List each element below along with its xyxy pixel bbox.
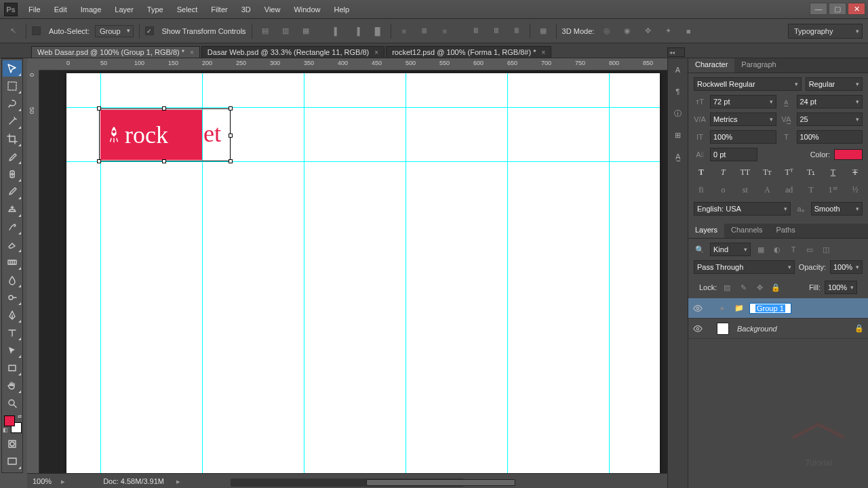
filter-shape-icon[interactable]: ▭ xyxy=(804,243,816,256)
close-icon[interactable]: × xyxy=(541,49,545,56)
workspace-select[interactable]: Typography xyxy=(788,24,863,39)
hscale-field[interactable]: 100% xyxy=(797,130,863,144)
zoom-tool[interactable] xyxy=(3,395,22,411)
menu-layer[interactable]: Layer xyxy=(108,5,140,14)
ruler-origin[interactable] xyxy=(27,58,39,70)
foreground-color[interactable] xyxy=(4,415,15,426)
status-expand-icon[interactable]: ▸ xyxy=(61,477,69,485)
tab-rocket12[interactable]: rocket12.psd @ 100% (Forma 1, RGB/8#) * … xyxy=(386,46,551,58)
clone-stamp-tool[interactable] xyxy=(3,201,22,218)
styles-panel-icon[interactable]: ⊞ xyxy=(671,127,686,142)
tab-channels[interactable]: Channels xyxy=(724,224,769,238)
guide[interactable] xyxy=(609,73,610,473)
menu-image[interactable]: Image xyxy=(74,5,108,14)
dist-hcenter-icon[interactable]: Ⅲ xyxy=(489,24,504,39)
transform-handle[interactable] xyxy=(162,106,166,110)
path-selection-tool[interactable] xyxy=(3,342,22,359)
superscript[interactable]: Tᵀ xyxy=(782,165,797,179)
marquee-tool[interactable] xyxy=(3,78,22,94)
layer-filter-select[interactable]: Kind xyxy=(710,243,751,256)
transform-checkbox[interactable]: ✓ xyxy=(145,26,154,35)
layer-name-edit[interactable]: Group 1 xyxy=(749,303,791,314)
tab-dasarweb[interactable]: Dasar Web.psd @ 33.3% (Rectangle 11, RGB… xyxy=(201,46,384,58)
guide[interactable] xyxy=(66,161,660,162)
font-size-field[interactable]: 72 pt xyxy=(710,95,776,108)
ot-contextual[interactable]: o xyxy=(715,183,730,197)
swap-colors-icon[interactable]: ⇄ xyxy=(18,414,22,420)
3d-slide-icon[interactable]: ✦ xyxy=(660,24,675,39)
paragraph-styles-panel-icon[interactable]: A̲ xyxy=(671,149,686,164)
lock-position-icon[interactable]: ✥ xyxy=(753,281,766,293)
ot-titling[interactable]: T xyxy=(804,183,818,197)
kerning-field[interactable]: Metrics xyxy=(710,113,776,126)
faux-bold[interactable]: T xyxy=(694,165,709,179)
canvas[interactable]: rock et xyxy=(39,70,667,473)
status-menu-icon[interactable]: ▸ xyxy=(176,477,184,485)
menu-view[interactable]: View xyxy=(258,5,288,14)
autoalign-icon[interactable]: ▦ xyxy=(536,24,551,39)
filter-adjust-icon[interactable]: ◐ xyxy=(771,243,783,256)
font-family-select[interactable]: Rockwell Regular xyxy=(694,77,802,91)
fill-field[interactable]: 100% xyxy=(825,281,857,294)
close-icon[interactable]: × xyxy=(374,49,378,56)
tab-paragraph[interactable]: Paragraph xyxy=(734,58,783,73)
healing-brush-tool[interactable] xyxy=(3,166,22,182)
transform-handle[interactable] xyxy=(97,106,101,110)
quickmask-tool[interactable] xyxy=(3,436,22,452)
menu-select[interactable]: Select xyxy=(170,5,205,14)
font-style-select[interactable]: Regular xyxy=(806,77,863,91)
layer-row-background[interactable]: Background 🔒 xyxy=(688,319,868,339)
zoom-value[interactable]: 100% xyxy=(33,477,52,485)
transform-handle[interactable] xyxy=(97,159,101,163)
guide[interactable] xyxy=(66,107,660,108)
minimize-button[interactable]: — xyxy=(810,3,827,15)
layer-name[interactable]: Background xyxy=(737,325,777,333)
transform-handle[interactable] xyxy=(229,134,233,138)
vscale-field[interactable]: 100% xyxy=(710,130,776,144)
dist-right-icon[interactable]: Ⅲ xyxy=(509,24,524,39)
panel-collapse-icon[interactable] xyxy=(667,47,685,57)
lasso-tool[interactable] xyxy=(3,96,22,112)
antialias-select[interactable]: Smooth xyxy=(811,202,863,216)
lock-all-icon[interactable]: 🔒 xyxy=(770,281,782,293)
maximize-button[interactable]: ▢ xyxy=(829,3,846,15)
filter-smart-icon[interactable]: ◫ xyxy=(820,243,832,256)
close-button[interactable]: ✕ xyxy=(848,3,865,15)
autoselect-target-select[interactable]: Group xyxy=(95,25,134,37)
3d-roll-icon[interactable]: ◉ xyxy=(620,24,635,39)
dist-left-icon[interactable]: Ⅲ xyxy=(469,24,484,39)
filter-pixel-icon[interactable]: ▦ xyxy=(755,243,767,256)
screenmode-tool[interactable] xyxy=(3,453,22,470)
leading-field[interactable]: 24 pt xyxy=(797,95,863,108)
horizontal-ruler[interactable]: 0 50 100 150 200 250 300 350 400 450 500… xyxy=(39,58,667,70)
faux-italic[interactable]: T xyxy=(715,165,730,179)
eyedropper-tool[interactable] xyxy=(3,148,22,165)
lock-transparency-icon[interactable]: ▨ xyxy=(721,281,733,293)
ot-ligatures[interactable]: fi xyxy=(694,183,709,197)
vertical-ruler[interactable]: 0 50 xyxy=(27,70,39,473)
tracking-field[interactable]: 25 xyxy=(797,113,863,126)
dist-top-icon[interactable]: ≡ xyxy=(397,24,412,39)
type-tool[interactable] xyxy=(3,325,22,341)
subscript[interactable]: T₁ xyxy=(804,165,818,179)
align-bottom-icon[interactable]: ▦ xyxy=(298,24,313,39)
baseline-field[interactable]: 0 pt xyxy=(710,148,757,161)
smallcaps[interactable]: Tт xyxy=(760,165,774,179)
paragraph-panel-icon[interactable]: ¶ xyxy=(671,84,686,99)
crop-tool[interactable] xyxy=(3,131,22,147)
horizontal-scrollbar[interactable] xyxy=(231,479,464,487)
allcaps[interactable]: TT xyxy=(738,165,753,179)
3d-pan-icon[interactable]: ✥ xyxy=(640,24,655,39)
lock-pixels-icon[interactable]: ✎ xyxy=(737,281,749,293)
dist-vmid-icon[interactable]: ≣ xyxy=(417,24,432,39)
tab-layers[interactable]: Layers xyxy=(688,224,724,238)
menu-window[interactable]: Window xyxy=(287,5,327,14)
align-left-icon[interactable]: ▌ xyxy=(330,24,344,39)
align-hcenter-icon[interactable]: ▐ xyxy=(350,24,365,39)
history-brush-tool[interactable] xyxy=(3,219,22,235)
ot-ordinals[interactable]: 1ˢᵗ xyxy=(826,183,841,197)
menu-type[interactable]: Type xyxy=(140,5,170,14)
tab-webdasar[interactable]: Web Dasar.psd @ 100% (Group 1, RGB/8) * … xyxy=(31,46,200,58)
ot-discretionary[interactable]: st xyxy=(738,183,753,197)
color-swatches[interactable]: ⇄ ◧ xyxy=(3,414,22,433)
